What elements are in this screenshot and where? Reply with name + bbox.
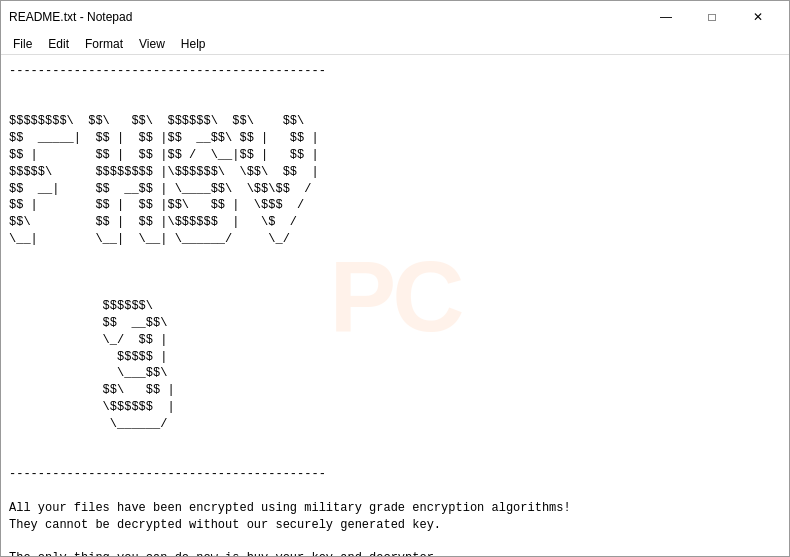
title-bar: README.txt - Notepad — □ ✕: [1, 1, 789, 33]
menu-help[interactable]: Help: [173, 35, 214, 53]
readme-text: ----------------------------------------…: [9, 63, 785, 556]
menu-edit[interactable]: Edit: [40, 35, 77, 53]
menu-bar: File Edit Format View Help: [1, 33, 789, 55]
menu-format[interactable]: Format: [77, 35, 131, 53]
text-editor-area[interactable]: PC -------------------------------------…: [1, 55, 789, 556]
minimize-button[interactable]: —: [643, 1, 689, 33]
notepad-window: README.txt - Notepad — □ ✕ File Edit For…: [0, 0, 790, 557]
menu-view[interactable]: View: [131, 35, 173, 53]
close-button[interactable]: ✕: [735, 1, 781, 33]
maximize-button[interactable]: □: [689, 1, 735, 33]
window-title: README.txt - Notepad: [9, 10, 643, 24]
menu-file[interactable]: File: [5, 35, 40, 53]
window-controls: — □ ✕: [643, 1, 781, 33]
